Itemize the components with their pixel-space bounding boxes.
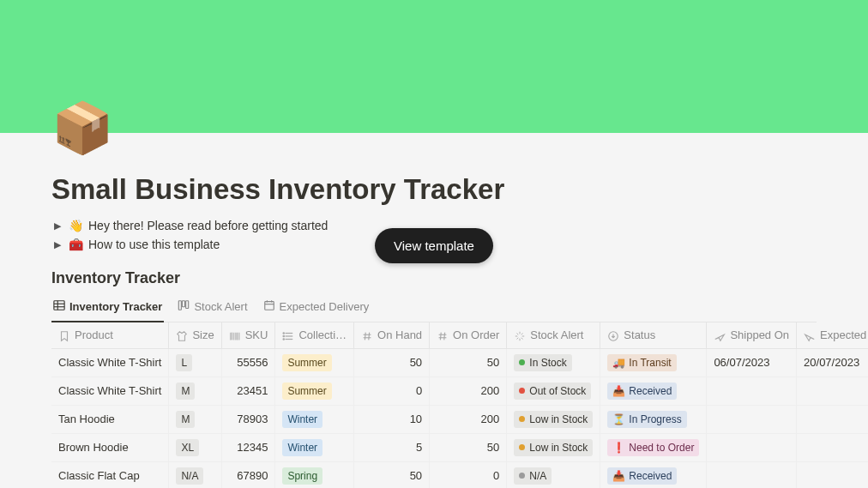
svg-rect-4 [179, 301, 182, 310]
col-label: On Hand [377, 328, 422, 341]
collection-pill: Winter [282, 439, 322, 456]
size-pill: M [176, 383, 195, 400]
cell-collection: Winter [275, 433, 354, 461]
size-pill: L [176, 354, 192, 371]
col-status[interactable]: Status [600, 322, 707, 348]
table-icon [53, 299, 65, 314]
inventory-table-wrap: Product Size SKU Collecti… On Hand On Or… [51, 322, 868, 488]
hash-icon [361, 330, 373, 342]
page-icon: 📦 [51, 103, 817, 153]
cell-product[interactable]: Tan Hoodie [51, 405, 169, 433]
status-emoji: ❗ [612, 440, 625, 455]
table-row[interactable]: Classic Flat CapN/A67890Spring500N/A📥Rec… [51, 461, 868, 488]
col-label: Collecti… [298, 328, 347, 341]
cell-status: 📥Received [600, 377, 707, 405]
cell-sku: 67890 [221, 461, 275, 488]
svg-line-29 [440, 332, 441, 340]
view-template-button[interactable]: View template [375, 228, 493, 263]
cell-status: 🚚In Transit [600, 348, 707, 377]
size-pill: M [176, 411, 195, 428]
col-expected-delivery[interactable]: Expected Delivery [797, 322, 868, 348]
cell-product[interactable]: Classic White T-Shirt [51, 348, 169, 377]
status-emoji: 🚚 [612, 355, 625, 371]
col-label: On Order [453, 328, 499, 341]
col-label: Shipped On [730, 328, 789, 341]
cell-sku: 12345 [221, 433, 275, 461]
chevron-right-icon: ▶ [51, 220, 63, 232]
col-label: Expected Delivery [820, 328, 868, 341]
hash-icon [437, 330, 449, 342]
view-tabs: Inventory Tracker Stock Alert Expected D… [51, 294, 817, 322]
svg-rect-6 [186, 301, 189, 309]
svg-point-22 [283, 338, 284, 339]
table-row[interactable]: Classic White T-ShirtL55556Summer5050In … [51, 348, 868, 377]
col-stock-alert[interactable]: Stock Alert [507, 322, 600, 348]
collection-pill: Summer [282, 383, 331, 400]
toggle-label: Hey there! Please read before getting st… [88, 219, 328, 232]
svg-line-26 [369, 332, 370, 340]
col-on-order[interactable]: On Order [430, 322, 507, 348]
col-size[interactable]: Size [169, 322, 221, 348]
col-product[interactable]: Product [51, 322, 169, 348]
cell-stock-alert: Low in Stock [507, 405, 600, 433]
cell-size: XL [169, 433, 221, 461]
cell-on-order: 50 [430, 348, 507, 377]
table-row[interactable]: Tan HoodieM78903Winter10200Low in Stock⏳… [51, 405, 868, 433]
tab-stock-alert[interactable]: Stock Alert [176, 294, 249, 322]
table-header-row: Product Size SKU Collecti… On Hand On Or… [51, 322, 868, 348]
cell-size: L [169, 348, 221, 377]
stock-alert-pill: Low in Stock [514, 411, 593, 428]
cell-expected-delivery [797, 433, 868, 461]
cell-collection: Summer [275, 377, 354, 405]
chevron-right-icon: ▶ [51, 239, 63, 250]
cell-collection: Spring [275, 461, 354, 488]
cell-expected-delivery [797, 461, 868, 488]
collection-pill: Winter [282, 411, 322, 428]
calendar-icon [263, 299, 275, 314]
svg-line-25 [365, 332, 365, 340]
table-row[interactable]: Brown HoodieXL12345Winter550Low in Stock… [51, 433, 868, 461]
status-dot [519, 473, 525, 479]
col-label: SKU [245, 328, 268, 341]
col-collection[interactable]: Collecti… [275, 322, 354, 348]
cell-status: ⏳In Progress [600, 405, 707, 433]
toggle-emoji: 🧰 [69, 238, 83, 251]
status-dot [519, 416, 525, 422]
cell-stock-alert: In Stock [507, 348, 600, 377]
collection-pill: Spring [282, 467, 322, 485]
col-sku[interactable]: SKU [221, 322, 275, 348]
cell-collection: Summer [275, 348, 354, 377]
cell-expected-delivery [797, 377, 868, 405]
stock-alert-pill: In Stock [514, 354, 571, 371]
svg-rect-0 [54, 301, 64, 310]
svg-line-30 [444, 332, 445, 340]
cell-shipped-on [707, 377, 797, 405]
table-row[interactable]: Classic White T-ShirtM23451Summer0200Out… [51, 377, 868, 405]
col-shipped-on[interactable]: Shipped On [707, 322, 797, 348]
tab-inventory-tracker[interactable]: Inventory Tracker [51, 294, 164, 322]
col-on-hand[interactable]: On Hand [354, 322, 430, 348]
cell-stock-alert: Out of Stock [507, 377, 600, 405]
cell-on-order: 200 [430, 405, 507, 433]
circle-down-icon [607, 330, 619, 342]
col-label: Stock Alert [530, 328, 583, 341]
status-pill: ❗Need to Order [607, 439, 699, 456]
cell-expected-delivery: 20/07/2023 [797, 348, 868, 377]
cell-product[interactable]: Classic Flat Cap [51, 461, 169, 488]
inventory-table: Product Size SKU Collecti… On Hand On Or… [51, 322, 868, 488]
cell-on-order: 50 [430, 433, 507, 461]
section-title: Inventory Tracker [51, 269, 817, 287]
svg-rect-7 [264, 302, 274, 310]
tab-expected-delivery[interactable]: Expected Delivery [262, 294, 371, 322]
status-dot [519, 359, 525, 365]
cell-status: ❗Need to Order [600, 433, 707, 461]
svg-point-20 [283, 332, 284, 333]
cell-product[interactable]: Classic White T-Shirt [51, 377, 169, 405]
status-pill: ⏳In Progress [607, 411, 686, 428]
cell-on-hand: 0 [354, 377, 430, 405]
status-emoji: 📥 [612, 383, 625, 399]
cell-product[interactable]: Brown Hoodie [51, 433, 169, 461]
col-label: Size [192, 328, 214, 341]
cell-sku: 78903 [221, 405, 275, 433]
cell-sku: 23451 [221, 377, 275, 405]
